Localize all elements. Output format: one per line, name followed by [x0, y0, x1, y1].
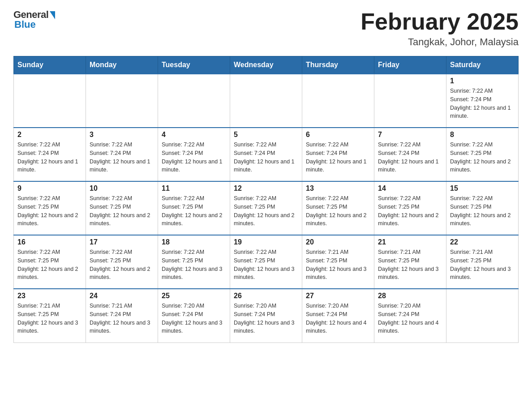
week-row-1: 1Sunrise: 7:22 AMSunset: 7:24 PMDaylight…: [14, 74, 519, 128]
day-number: 3: [90, 131, 154, 139]
calendar-cell: 10Sunrise: 7:22 AMSunset: 7:25 PMDayligh…: [86, 181, 158, 235]
day-info: Sunrise: 7:22 AMSunset: 7:25 PMDaylight:…: [17, 248, 82, 282]
day-number: 18: [162, 238, 226, 246]
calendar-cell: 3Sunrise: 7:22 AMSunset: 7:24 PMDaylight…: [86, 128, 158, 181]
day-info: Sunrise: 7:22 AMSunset: 7:25 PMDaylight:…: [90, 248, 154, 282]
day-info: Sunrise: 7:22 AMSunset: 7:24 PMDaylight:…: [162, 141, 226, 174]
day-number: 27: [306, 292, 370, 300]
calendar-cell: 26Sunrise: 7:20 AMSunset: 7:24 PMDayligh…: [230, 289, 302, 342]
day-info: Sunrise: 7:21 AMSunset: 7:25 PMDaylight:…: [450, 248, 515, 282]
day-info: Sunrise: 7:22 AMSunset: 7:24 PMDaylight:…: [306, 141, 370, 174]
calendar-cell: 24Sunrise: 7:21 AMSunset: 7:24 PMDayligh…: [86, 289, 158, 342]
day-info: Sunrise: 7:20 AMSunset: 7:24 PMDaylight:…: [162, 302, 226, 335]
calendar-cell: 6Sunrise: 7:22 AMSunset: 7:24 PMDaylight…: [302, 128, 374, 181]
day-number: 8: [450, 131, 515, 139]
calendar-cell: 20Sunrise: 7:21 AMSunset: 7:25 PMDayligh…: [302, 235, 374, 289]
day-number: 14: [378, 184, 442, 193]
logo-arrow-icon: [50, 11, 55, 19]
day-number: 16: [17, 238, 82, 246]
day-number: 7: [378, 131, 442, 139]
week-row-5: 23Sunrise: 7:21 AMSunset: 7:25 PMDayligh…: [14, 289, 519, 342]
calendar-cell: [446, 289, 519, 342]
calendar-cell: 17Sunrise: 7:22 AMSunset: 7:25 PMDayligh…: [86, 235, 158, 289]
calendar-cell: 16Sunrise: 7:22 AMSunset: 7:25 PMDayligh…: [14, 235, 86, 289]
calendar-cell: 7Sunrise: 7:22 AMSunset: 7:24 PMDaylight…: [374, 128, 446, 181]
day-info: Sunrise: 7:22 AMSunset: 7:24 PMDaylight:…: [378, 141, 442, 174]
col-monday: Monday: [86, 56, 158, 74]
day-info: Sunrise: 7:20 AMSunset: 7:24 PMDaylight:…: [234, 302, 298, 335]
calendar-cell: 19Sunrise: 7:22 AMSunset: 7:25 PMDayligh…: [230, 235, 302, 289]
day-number: 22: [450, 238, 515, 246]
calendar-cell: 4Sunrise: 7:22 AMSunset: 7:24 PMDaylight…: [158, 128, 230, 181]
day-info: Sunrise: 7:22 AMSunset: 7:25 PMDaylight:…: [450, 194, 515, 228]
day-number: 5: [234, 131, 298, 139]
page-header: General Blue February 2025 Tangkak, Joho…: [13, 9, 519, 48]
calendar-cell: 23Sunrise: 7:21 AMSunset: 7:25 PMDayligh…: [14, 289, 86, 342]
day-number: 9: [17, 184, 82, 193]
day-info: Sunrise: 7:22 AMSunset: 7:25 PMDaylight:…: [378, 194, 442, 228]
calendar-cell: [230, 74, 302, 128]
day-info: Sunrise: 7:22 AMSunset: 7:25 PMDaylight:…: [234, 248, 298, 282]
calendar-cell: 12Sunrise: 7:22 AMSunset: 7:25 PMDayligh…: [230, 181, 302, 235]
col-sunday: Sunday: [14, 56, 86, 74]
day-number: 26: [234, 292, 298, 300]
day-number: 17: [90, 238, 154, 246]
day-number: 19: [234, 238, 298, 246]
calendar-cell: 15Sunrise: 7:22 AMSunset: 7:25 PMDayligh…: [446, 181, 519, 235]
day-info: Sunrise: 7:22 AMSunset: 7:25 PMDaylight:…: [162, 248, 226, 282]
location-label: Tangkak, Johor, Malaysia: [360, 36, 519, 48]
calendar-cell: 27Sunrise: 7:20 AMSunset: 7:24 PMDayligh…: [302, 289, 374, 342]
day-info: Sunrise: 7:22 AMSunset: 7:25 PMDaylight:…: [234, 194, 298, 228]
calendar-cell: 18Sunrise: 7:22 AMSunset: 7:25 PMDayligh…: [158, 235, 230, 289]
day-info: Sunrise: 7:22 AMSunset: 7:25 PMDaylight:…: [306, 194, 370, 228]
day-info: Sunrise: 7:21 AMSunset: 7:25 PMDaylight:…: [306, 248, 370, 282]
day-number: 21: [378, 238, 442, 246]
col-saturday: Saturday: [446, 56, 519, 74]
day-number: 15: [450, 184, 515, 193]
calendar-cell: [86, 74, 158, 128]
day-info: Sunrise: 7:22 AMSunset: 7:25 PMDaylight:…: [450, 141, 515, 174]
col-thursday: Thursday: [302, 56, 374, 74]
day-info: Sunrise: 7:22 AMSunset: 7:24 PMDaylight:…: [17, 141, 82, 174]
day-number: 13: [306, 184, 370, 193]
calendar-cell: 2Sunrise: 7:22 AMSunset: 7:24 PMDaylight…: [14, 128, 86, 181]
day-number: 28: [378, 292, 442, 300]
calendar-cell: 13Sunrise: 7:22 AMSunset: 7:25 PMDayligh…: [302, 181, 374, 235]
header-row: Sunday Monday Tuesday Wednesday Thursday…: [14, 56, 519, 74]
day-number: 10: [90, 184, 154, 193]
day-info: Sunrise: 7:20 AMSunset: 7:24 PMDaylight:…: [378, 302, 442, 335]
day-info: Sunrise: 7:22 AMSunset: 7:25 PMDaylight:…: [162, 194, 226, 228]
col-wednesday: Wednesday: [230, 56, 302, 74]
week-row-2: 2Sunrise: 7:22 AMSunset: 7:24 PMDaylight…: [14, 128, 519, 181]
calendar-cell: 8Sunrise: 7:22 AMSunset: 7:25 PMDaylight…: [446, 128, 519, 181]
day-number: 20: [306, 238, 370, 246]
calendar-cell: [14, 74, 86, 128]
calendar-cell: [158, 74, 230, 128]
calendar-cell: 22Sunrise: 7:21 AMSunset: 7:25 PMDayligh…: [446, 235, 519, 289]
calendar-cell: 11Sunrise: 7:22 AMSunset: 7:25 PMDayligh…: [158, 181, 230, 235]
calendar-cell: 9Sunrise: 7:22 AMSunset: 7:25 PMDaylight…: [14, 181, 86, 235]
day-number: 6: [306, 131, 370, 139]
calendar-cell: 25Sunrise: 7:20 AMSunset: 7:24 PMDayligh…: [158, 289, 230, 342]
calendar-cell: 1Sunrise: 7:22 AMSunset: 7:24 PMDaylight…: [446, 74, 519, 128]
day-info: Sunrise: 7:20 AMSunset: 7:24 PMDaylight:…: [306, 302, 370, 335]
day-number: 12: [234, 184, 298, 193]
day-number: 4: [162, 131, 226, 139]
day-number: 24: [90, 292, 154, 300]
calendar-cell: [374, 74, 446, 128]
calendar-table: Sunday Monday Tuesday Wednesday Thursday…: [13, 56, 519, 343]
calendar-cell: 28Sunrise: 7:20 AMSunset: 7:24 PMDayligh…: [374, 289, 446, 342]
calendar-cell: [302, 74, 374, 128]
week-row-4: 16Sunrise: 7:22 AMSunset: 7:25 PMDayligh…: [14, 235, 519, 289]
day-info: Sunrise: 7:22 AMSunset: 7:24 PMDaylight:…: [450, 87, 515, 120]
col-friday: Friday: [374, 56, 446, 74]
logo-blue-text: Blue: [14, 19, 36, 30]
calendar-cell: 5Sunrise: 7:22 AMSunset: 7:24 PMDaylight…: [230, 128, 302, 181]
month-title: February 2025: [360, 9, 519, 34]
day-info: Sunrise: 7:21 AMSunset: 7:24 PMDaylight:…: [90, 302, 154, 335]
day-info: Sunrise: 7:21 AMSunset: 7:25 PMDaylight:…: [17, 302, 82, 335]
day-number: 1: [450, 77, 515, 85]
title-area: February 2025 Tangkak, Johor, Malaysia: [360, 9, 519, 48]
day-number: 23: [17, 292, 82, 300]
day-info: Sunrise: 7:22 AMSunset: 7:24 PMDaylight:…: [234, 141, 298, 174]
